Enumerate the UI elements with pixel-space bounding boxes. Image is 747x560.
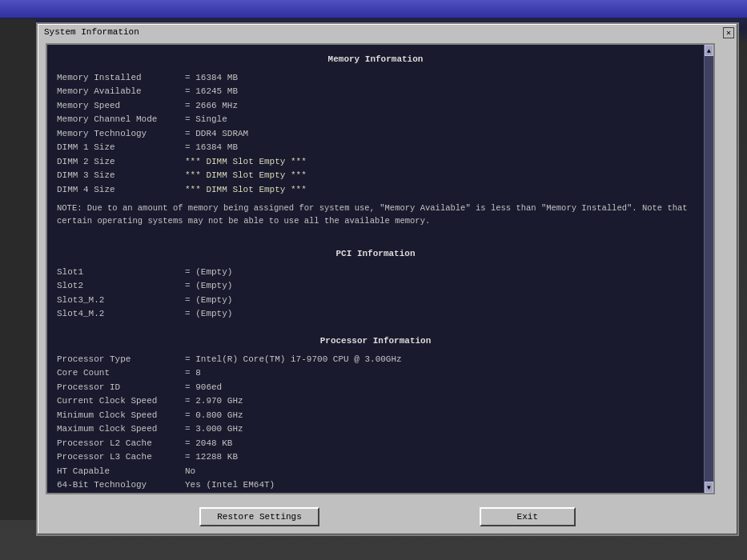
row-value: = 12288 KB	[185, 450, 238, 464]
row-label: Core Count	[57, 366, 185, 380]
scroll-down-button[interactable]: ▼	[705, 482, 713, 493]
row-label: Memory Technology	[57, 127, 185, 141]
memory-section-title: Memory Information	[57, 53, 694, 66]
scrollbar[interactable]: ▲ ▼	[704, 45, 713, 493]
row-label: Slot2	[57, 279, 185, 293]
row-label: Processor L2 Cache	[57, 437, 185, 450]
scroll-up-button[interactable]: ▲	[705, 45, 713, 56]
row-value: = 906ed	[185, 381, 222, 394]
row-label: Slot1	[57, 266, 185, 279]
table-row: DIMM 2 Size*** DIMM Slot Empty ***	[57, 155, 694, 169]
row-value: No	[185, 465, 195, 478]
row-label: Processor Type	[57, 353, 185, 366]
row-label: Minimum Clock Speed	[57, 409, 185, 422]
row-value: = 16384 MB	[185, 71, 238, 85]
table-row: Processor Type= Intel(R) Core(TM) i7-970…	[57, 353, 694, 366]
processor-info-table: Processor Type= Intel(R) Core(TM) i7-970…	[57, 353, 694, 492]
row-value: = 16245 MB	[185, 85, 238, 98]
main-panel: Memory Information Memory Installed= 163…	[46, 43, 715, 494]
table-row: Slot3_M.2= (Empty)	[57, 294, 694, 307]
table-row: Processor L3 Cache= 12288 KB	[57, 450, 694, 464]
bios-window: ✕ System Information Memory Information …	[36, 22, 739, 536]
row-label: Processor L3 Cache	[57, 450, 185, 464]
row-label: DIMM 1 Size	[57, 141, 185, 154]
table-row: Current Clock Speed= 2.970 GHz	[57, 394, 694, 408]
row-label: Memory Channel Mode	[57, 113, 185, 126]
table-row: Core Count= 8	[57, 366, 694, 380]
table-row: Memory Available= 16245 MB	[57, 85, 694, 98]
table-row: Memory Technology= DDR4 SDRAM	[57, 127, 694, 141]
pci-info-table: Slot1= (Empty)Slot2= (Empty)Slot3_M.2= (…	[57, 266, 694, 321]
table-row: Slot2= (Empty)	[57, 279, 694, 293]
row-value: = 16384 MB	[185, 141, 238, 154]
row-value: = (Empty)	[185, 294, 232, 307]
row-label: 64-Bit Technology	[57, 478, 185, 492]
row-label: Maximum Clock Speed	[57, 422, 185, 436]
table-row: HT CapableNo	[57, 465, 694, 478]
row-value: = DDR4 SDRAM	[185, 127, 248, 141]
row-label: Slot3_M.2	[57, 294, 185, 307]
row-value: = 3.000 GHz	[185, 422, 243, 436]
table-row: Maximum Clock Speed= 3.000 GHz	[57, 422, 694, 436]
table-row: Processor L2 Cache= 2048 KB	[57, 437, 694, 450]
table-row: Processor ID= 906ed	[57, 381, 694, 394]
row-value: = 2666 MHz	[185, 99, 238, 113]
pci-section-title: PCI Information	[57, 247, 694, 261]
top-bar	[0, 0, 747, 18]
table-row: Slot1= (Empty)	[57, 266, 694, 279]
table-row: Memory Speed= 2666 MHz	[57, 99, 694, 113]
row-label: Memory Available	[57, 85, 185, 98]
row-label: HT Capable	[57, 465, 185, 478]
row-value: = 2.970 GHz	[185, 394, 243, 408]
memory-note: NOTE: Due to an amount of memory being a…	[57, 202, 694, 228]
table-row: Memory Channel Mode= Single	[57, 113, 694, 126]
row-value: = 8	[185, 366, 201, 380]
row-value: *** DIMM Slot Empty ***	[185, 169, 307, 182]
table-row: DIMM 4 Size*** DIMM Slot Empty ***	[57, 183, 694, 197]
close-button[interactable]: ✕	[723, 27, 734, 38]
row-label: Current Clock Speed	[57, 394, 185, 408]
row-label: Slot4_M.2	[57, 307, 185, 321]
exit-button[interactable]: Exit	[480, 507, 576, 526]
row-value: = 0.800 GHz	[185, 409, 243, 422]
row-value: Yes (Intel EM64T)	[185, 478, 275, 492]
left-panel	[0, 19, 36, 520]
row-value: *** DIMM Slot Empty ***	[185, 155, 307, 169]
row-label: DIMM 4 Size	[57, 183, 185, 197]
bottom-buttons: Restore Settings Exit	[38, 507, 737, 526]
row-label: Memory Speed	[57, 99, 185, 113]
row-label: Processor ID	[57, 381, 185, 394]
row-value: = (Empty)	[185, 307, 232, 321]
row-value: = (Empty)	[185, 266, 232, 279]
row-value: = Single	[185, 113, 227, 126]
processor-section-title: Processor Information	[57, 334, 694, 348]
row-value: = Intel(R) Core(TM) i7-9700 CPU @ 3.00GH…	[185, 353, 402, 366]
row-value: = (Empty)	[185, 279, 232, 293]
table-row: Minimum Clock Speed= 0.800 GHz	[57, 409, 694, 422]
table-row: DIMM 3 Size*** DIMM Slot Empty ***	[57, 169, 694, 182]
table-row: DIMM 1 Size= 16384 MB	[57, 141, 694, 154]
table-row: Slot4_M.2= (Empty)	[57, 307, 694, 321]
row-value: *** DIMM Slot Empty ***	[185, 183, 307, 197]
row-value: = 2048 KB	[185, 437, 232, 450]
restore-settings-button[interactable]: Restore Settings	[199, 507, 319, 526]
table-row: Memory Installed= 16384 MB	[57, 71, 694, 85]
row-label: Memory Installed	[57, 71, 185, 85]
table-row: 64-Bit TechnologyYes (Intel EM64T)	[57, 478, 694, 492]
row-label: DIMM 2 Size	[57, 155, 185, 169]
screen-background: ✕ System Information Memory Information …	[0, 0, 747, 560]
content-area[interactable]: Memory Information Memory Installed= 163…	[47, 45, 704, 493]
row-label: DIMM 3 Size	[57, 169, 185, 182]
memory-info-table: Memory Installed= 16384 MBMemory Availab…	[57, 71, 694, 197]
system-info-label: System Information	[44, 27, 139, 37]
